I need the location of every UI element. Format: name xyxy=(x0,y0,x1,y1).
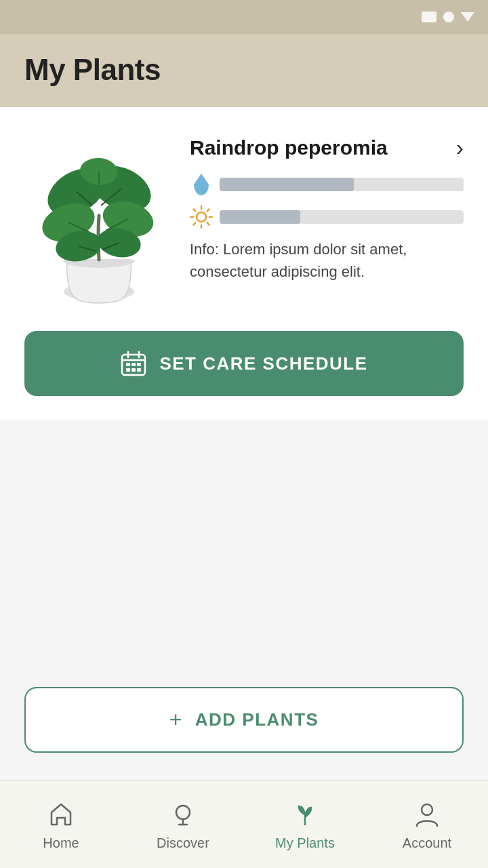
plant-name-row: Raindrop peperomia › xyxy=(190,134,464,161)
nav-label-account: Account xyxy=(403,835,451,851)
plant-card-top: Raindrop peperomia › xyxy=(24,127,464,311)
content-spacer xyxy=(0,420,488,667)
nav-label-discover: Discover xyxy=(157,835,209,851)
status-bar xyxy=(0,0,488,34)
my-plants-icon xyxy=(289,797,321,830)
plant-name: Raindrop peperomia xyxy=(190,136,388,159)
status-square-icon xyxy=(422,12,436,22)
svg-line-23 xyxy=(194,223,196,225)
water-bar-fill xyxy=(220,178,354,191)
add-plants-section: + ADD PLANTS xyxy=(0,667,488,780)
add-plants-button[interactable]: + ADD PLANTS xyxy=(24,687,464,753)
sun-icon xyxy=(190,205,213,229)
main-content: Raindrop peperomia › xyxy=(0,107,488,780)
water-icon xyxy=(190,173,213,196)
account-icon xyxy=(411,797,443,830)
nav-item-home[interactable]: Home xyxy=(0,781,122,868)
bottom-navigation: Home Discover My Plants xyxy=(0,780,488,868)
page-title: My Plants xyxy=(24,53,464,87)
sun-stat-row xyxy=(190,205,464,229)
svg-rect-33 xyxy=(137,368,141,372)
svg-rect-28 xyxy=(126,363,130,366)
care-schedule-label: SET CARE SCHEDULE xyxy=(159,353,367,374)
svg-point-37 xyxy=(422,804,432,815)
page-header: My Plants xyxy=(0,34,488,107)
nav-label-home: Home xyxy=(43,835,79,851)
plant-image xyxy=(24,127,174,311)
svg-line-22 xyxy=(207,210,209,212)
nav-label-my-plants: My Plants xyxy=(275,835,335,851)
nav-item-my-plants[interactable]: My Plants xyxy=(244,781,366,868)
calendar-icon xyxy=(120,350,147,377)
add-plants-label: ADD PLANTS xyxy=(195,709,319,730)
svg-line-21 xyxy=(207,223,209,225)
water-stat-row xyxy=(190,173,464,196)
plant-illustration xyxy=(28,134,170,311)
discover-icon xyxy=(167,797,199,830)
svg-rect-31 xyxy=(126,368,130,372)
svg-line-20 xyxy=(194,210,196,212)
water-bar-container xyxy=(220,178,464,191)
nav-item-discover[interactable]: Discover xyxy=(122,781,244,868)
nav-item-account[interactable]: Account xyxy=(366,781,488,868)
plant-card: Raindrop peperomia › xyxy=(0,107,488,420)
plus-icon: + xyxy=(169,707,183,732)
svg-point-15 xyxy=(197,212,206,222)
plant-info: Raindrop peperomia › xyxy=(190,127,464,283)
sun-bar-container xyxy=(220,210,464,224)
svg-rect-30 xyxy=(137,363,141,366)
care-schedule-button[interactable]: SET CARE SCHEDULE xyxy=(24,331,464,396)
status-dot-icon xyxy=(443,12,454,22)
status-signal-icon xyxy=(461,12,474,22)
svg-rect-29 xyxy=(131,363,136,366)
sun-bar-fill xyxy=(220,210,300,224)
svg-rect-32 xyxy=(131,368,136,372)
home-icon xyxy=(45,797,77,830)
plant-description: Info: Lorem ipsum dolor sit amet, consec… xyxy=(190,238,464,283)
svg-point-34 xyxy=(176,806,190,819)
plant-detail-chevron[interactable]: › xyxy=(456,134,464,161)
